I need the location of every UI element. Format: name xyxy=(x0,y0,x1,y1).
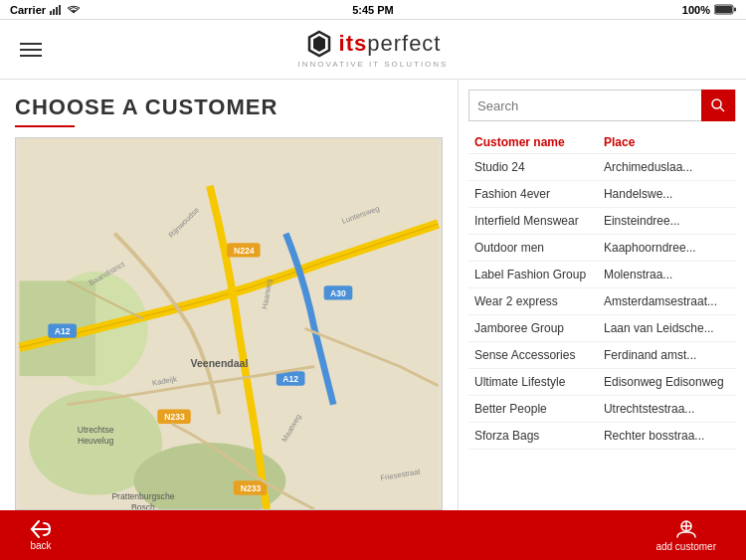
back-button[interactable]: back xyxy=(30,520,52,551)
customer-name-cell: Ultimate Lifestyle xyxy=(468,369,598,396)
search-input[interactable] xyxy=(469,98,701,113)
table-row[interactable]: Interfield MenswearEinsteindree... xyxy=(468,208,736,235)
svg-text:A12: A12 xyxy=(55,326,71,336)
customer-name-cell: Better People xyxy=(468,396,598,423)
customer-place-cell: Einsteindree... xyxy=(598,208,736,235)
customer-name-cell: Outdoor men xyxy=(468,235,598,262)
customer-table: Customer name Place Studio 24Archimedusl… xyxy=(468,131,736,450)
svg-rect-2 xyxy=(56,7,58,15)
add-customer-label: add customer xyxy=(655,541,716,552)
customer-place-cell: Ferdinand amst... xyxy=(598,342,736,369)
customer-name-cell: Sforza Bags xyxy=(468,423,598,450)
logo-s: s xyxy=(354,31,367,56)
customer-name-cell: Wear 2 express xyxy=(468,288,598,315)
logo-name: itsperfect xyxy=(339,31,442,57)
search-bar xyxy=(468,90,736,121)
table-row[interactable]: Outdoor menKaaphoorndree... xyxy=(468,235,736,262)
customer-name-cell: Label Fashion Group xyxy=(468,262,598,288)
customer-place-cell: Edisonweg Edisonweg xyxy=(598,369,736,396)
svg-point-39 xyxy=(712,99,721,108)
customer-place-cell: Archimeduslaa... xyxy=(598,154,736,181)
svg-text:A30: A30 xyxy=(330,288,346,298)
page-title: CHOOSE A CUSTOMER xyxy=(15,94,443,120)
customer-place-cell: Kaaphoorndree... xyxy=(598,235,736,262)
carrier-label: Carrier xyxy=(10,4,46,16)
status-bar: Carrier 5:45 PM 100% xyxy=(0,0,746,20)
status-time: 5:45 PM xyxy=(352,4,394,16)
customer-name-cell: Interfield Menswear xyxy=(468,208,598,235)
table-row[interactable]: Better PeopleUtrechtstestraa... xyxy=(468,396,736,423)
back-icon xyxy=(30,520,52,538)
customer-place-cell: Utrechtstestraa... xyxy=(598,396,736,423)
table-row[interactable]: Sforza BagsRechter bosstraa... xyxy=(468,423,736,450)
wifi-icon xyxy=(68,5,80,15)
map-container[interactable]: A12 A12 N233 N233 N224 A30 xyxy=(15,137,443,510)
logo-it: it xyxy=(339,31,354,56)
svg-marker-8 xyxy=(313,36,325,52)
col-header-name: Customer name xyxy=(468,131,598,154)
svg-text:A12: A12 xyxy=(282,374,298,384)
customer-place-cell: Rechter bosstraa... xyxy=(598,423,736,450)
svg-line-40 xyxy=(720,107,724,111)
svg-rect-6 xyxy=(734,8,736,12)
signal-icon xyxy=(50,5,64,15)
search-button[interactable] xyxy=(701,90,735,121)
svg-text:N224: N224 xyxy=(234,246,255,256)
logo-text: itsperfect xyxy=(305,30,442,58)
battery-icon xyxy=(714,4,736,15)
table-row[interactable]: Jamboree GroupLaan van Leidsche... xyxy=(468,315,736,342)
svg-rect-3 xyxy=(59,5,61,15)
svg-text:N233: N233 xyxy=(164,412,185,422)
add-customer-icon xyxy=(675,519,697,539)
svg-text:Utrechtse: Utrechtse xyxy=(78,425,114,435)
hamburger-line-3 xyxy=(20,55,42,57)
svg-rect-5 xyxy=(715,6,732,13)
main-content: CHOOSE A CUSTOMER A12 xyxy=(0,80,746,510)
table-row[interactable]: Studio 24Archimeduslaa... xyxy=(468,154,736,181)
svg-text:N233: N233 xyxy=(241,483,262,493)
customer-place-cell: Handelswe... xyxy=(598,181,736,208)
table-row[interactable]: Sense AccessoriesFerdinand amst... xyxy=(468,342,736,369)
left-panel: CHOOSE A CUSTOMER A12 xyxy=(0,80,458,510)
customer-list: Studio 24Archimeduslaa...Fashion 4everHa… xyxy=(468,154,736,450)
battery-label: 100% xyxy=(682,4,710,16)
header: itsperfect INNOVATIVE IT SOLUTIONS xyxy=(0,20,746,80)
table-header: Customer name Place xyxy=(468,131,736,154)
logo-perfect: perfect xyxy=(367,31,441,56)
status-bar-right: 100% xyxy=(682,4,736,16)
search-icon xyxy=(711,98,725,112)
hamburger-line-2 xyxy=(20,49,42,51)
logo-tagline: INNOVATIVE IT SOLUTIONS xyxy=(298,60,449,69)
col-header-place: Place xyxy=(598,131,736,154)
map-svg: A12 A12 N233 N233 N224 A30 xyxy=(16,138,442,509)
customer-name-cell: Sense Accessories xyxy=(468,342,598,369)
svg-text:Bosch: Bosch xyxy=(131,502,155,509)
customer-name-cell: Jamboree Group xyxy=(468,315,598,342)
svg-text:Prattenburgsche: Prattenburgsche xyxy=(111,491,174,501)
customer-name-cell: Studio 24 xyxy=(468,154,598,181)
svg-text:Veenendaal: Veenendaal xyxy=(190,357,248,369)
customer-name-cell: Fashion 4ever xyxy=(468,181,598,208)
customer-place-cell: Laan van Leidsche... xyxy=(598,315,736,342)
table-row[interactable]: Ultimate LifestyleEdisonweg Edisonweg xyxy=(468,369,736,396)
title-underline xyxy=(15,125,75,127)
logo-hex-icon xyxy=(305,30,333,58)
hamburger-button[interactable] xyxy=(15,38,47,62)
logo: itsperfect INNOVATIVE IT SOLUTIONS xyxy=(298,30,449,69)
add-customer-button[interactable]: add customer xyxy=(655,519,716,552)
table-row[interactable]: Label Fashion GroupMolenstraa... xyxy=(468,262,736,288)
status-bar-left: Carrier xyxy=(10,4,80,16)
right-panel: Customer name Place Studio 24Archimedusl… xyxy=(458,80,746,510)
hamburger-line-1 xyxy=(20,43,42,45)
table-row[interactable]: Wear 2 expressAmsterdamsestraat... xyxy=(468,288,736,315)
back-label: back xyxy=(30,540,51,551)
svg-rect-1 xyxy=(53,9,55,15)
table-row[interactable]: Fashion 4everHandelswe... xyxy=(468,181,736,208)
svg-text:Heuvelug: Heuvelug xyxy=(78,436,114,446)
customer-place-cell: Amsterdamsestraat... xyxy=(598,288,736,315)
svg-rect-0 xyxy=(50,11,52,15)
customer-place-cell: Molenstraa... xyxy=(598,262,736,288)
footer: back add customer xyxy=(0,510,746,560)
